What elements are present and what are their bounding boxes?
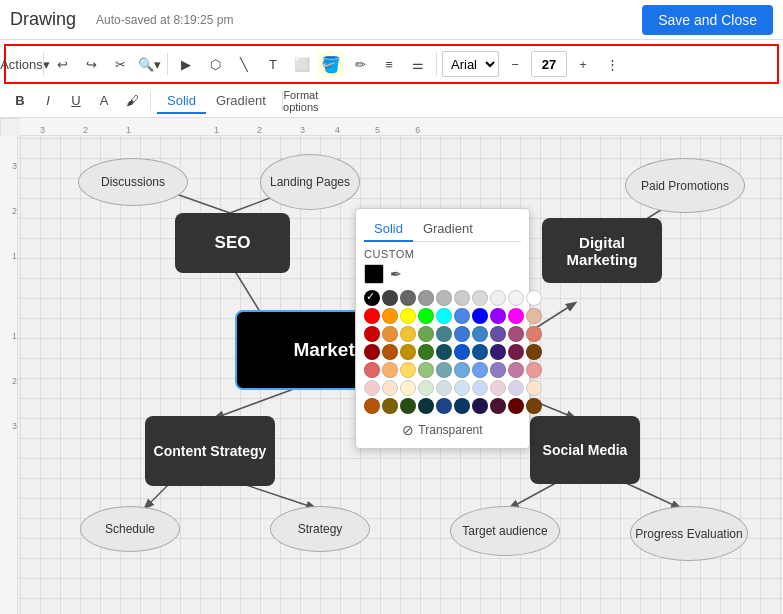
transparent-option[interactable]: ⊘ Transparent xyxy=(364,420,521,440)
color-swatch[interactable] xyxy=(400,380,416,396)
color-swatch[interactable] xyxy=(382,362,398,378)
color-swatch[interactable] xyxy=(364,326,380,342)
color-swatch[interactable] xyxy=(436,380,452,396)
pen-button[interactable]: ✏ xyxy=(347,51,373,77)
color-swatch[interactable] xyxy=(490,290,506,306)
color-swatch[interactable] xyxy=(526,362,542,378)
font-size-decrease-button[interactable]: − xyxy=(502,51,528,77)
font-size-increase-button[interactable]: + xyxy=(570,51,596,77)
color-swatch[interactable] xyxy=(454,362,470,378)
color-swatch[interactable] xyxy=(508,380,524,396)
color-swatch[interactable] xyxy=(400,398,416,414)
color-swatch[interactable] xyxy=(382,380,398,396)
more-options-button[interactable]: ⋮ xyxy=(599,51,625,77)
color-swatch[interactable] xyxy=(508,326,524,342)
color-swatch[interactable] xyxy=(472,380,488,396)
color-swatch[interactable] xyxy=(490,308,506,324)
color-swatch[interactable] xyxy=(508,290,524,306)
color-swatch[interactable] xyxy=(418,290,434,306)
solid-tab-popup[interactable]: Solid xyxy=(364,217,413,242)
save-close-button[interactable]: Save and Close xyxy=(642,5,773,35)
more-align-button[interactable]: ⚌ xyxy=(405,51,431,77)
color-swatch[interactable] xyxy=(472,362,488,378)
color-swatch[interactable] xyxy=(400,290,416,306)
color-swatch[interactable] xyxy=(526,326,542,342)
color-swatch[interactable] xyxy=(490,344,506,360)
color-swatch[interactable] xyxy=(454,380,470,396)
color-swatch[interactable] xyxy=(418,380,434,396)
color-swatch[interactable] xyxy=(364,308,380,324)
font-family-select[interactable]: Arial xyxy=(442,51,499,77)
color-swatch[interactable] xyxy=(454,344,470,360)
color-swatch[interactable] xyxy=(526,290,542,306)
color-swatch[interactable] xyxy=(400,326,416,342)
color-swatch[interactable] xyxy=(454,308,470,324)
color-swatch[interactable] xyxy=(436,398,452,414)
line-button[interactable]: ╲ xyxy=(231,51,257,77)
color-swatch[interactable] xyxy=(382,326,398,342)
bold-button[interactable]: B xyxy=(8,89,32,113)
color-swatch[interactable] xyxy=(454,398,470,414)
color-swatch[interactable] xyxy=(418,308,434,324)
color-swatch[interactable] xyxy=(364,344,380,360)
format-options-button[interactable]: Format options xyxy=(289,89,313,113)
color-swatch[interactable] xyxy=(508,362,524,378)
color-swatch[interactable] xyxy=(508,344,524,360)
select-button[interactable]: ▶ xyxy=(173,51,199,77)
align-button[interactable]: ≡ xyxy=(376,51,402,77)
underline-button[interactable]: U xyxy=(64,89,88,113)
color-swatch[interactable] xyxy=(490,398,506,414)
color-swatch[interactable] xyxy=(418,398,434,414)
color-swatch[interactable] xyxy=(436,308,452,324)
color-swatch[interactable] xyxy=(526,308,542,324)
color-swatch[interactable] xyxy=(472,326,488,342)
zoom-button[interactable]: 🔍▾ xyxy=(136,51,162,77)
color-swatch[interactable] xyxy=(382,398,398,414)
custom-swatch[interactable] xyxy=(364,264,384,284)
color-swatch[interactable] xyxy=(526,344,542,360)
color-swatch[interactable] xyxy=(400,308,416,324)
color-swatch[interactable] xyxy=(364,290,380,306)
color-swatch[interactable] xyxy=(490,362,506,378)
color-swatch[interactable] xyxy=(418,362,434,378)
solid-tab[interactable]: Solid xyxy=(157,89,206,114)
color-swatch[interactable] xyxy=(454,290,470,306)
color-swatch[interactable] xyxy=(472,308,488,324)
color-swatch[interactable] xyxy=(472,398,488,414)
color-swatch[interactable] xyxy=(364,380,380,396)
redo-button[interactable]: ↪ xyxy=(78,51,104,77)
color-swatch[interactable] xyxy=(436,290,452,306)
undo-button[interactable]: ↩ xyxy=(49,51,75,77)
shape-button[interactable]: ⬡ xyxy=(202,51,228,77)
color-swatch[interactable] xyxy=(490,326,506,342)
eyedropper-icon[interactable]: ✒ xyxy=(390,266,402,282)
gradient-tab-popup[interactable]: Gradient xyxy=(413,217,483,242)
italic-button[interactable]: I xyxy=(36,89,60,113)
color-swatch[interactable] xyxy=(526,380,542,396)
color-swatch[interactable] xyxy=(418,344,434,360)
font-color-button[interactable]: A xyxy=(92,89,116,113)
color-swatch[interactable] xyxy=(364,398,380,414)
color-swatch[interactable] xyxy=(400,344,416,360)
color-swatch[interactable] xyxy=(400,362,416,378)
color-swatch[interactable] xyxy=(490,380,506,396)
cut-button[interactable]: ✂ xyxy=(107,51,133,77)
gradient-tab[interactable]: Gradient xyxy=(206,89,276,114)
color-swatch[interactable] xyxy=(382,290,398,306)
highlight-button[interactable]: 🖌 xyxy=(120,89,144,113)
color-swatch[interactable] xyxy=(382,344,398,360)
color-swatch[interactable] xyxy=(472,344,488,360)
color-swatch[interactable] xyxy=(418,326,434,342)
font-size-input[interactable]: 27 xyxy=(531,51,567,77)
color-swatch[interactable] xyxy=(508,308,524,324)
fill-color-button[interactable]: 🪣 xyxy=(318,51,344,77)
color-swatch[interactable] xyxy=(436,362,452,378)
image-button[interactable]: ⬜ xyxy=(289,51,315,77)
color-swatch[interactable] xyxy=(364,362,380,378)
color-swatch[interactable] xyxy=(526,398,542,414)
color-swatch[interactable] xyxy=(436,326,452,342)
color-swatch[interactable] xyxy=(508,398,524,414)
color-swatch[interactable] xyxy=(382,308,398,324)
color-swatch[interactable] xyxy=(472,290,488,306)
text-button[interactable]: T xyxy=(260,51,286,77)
